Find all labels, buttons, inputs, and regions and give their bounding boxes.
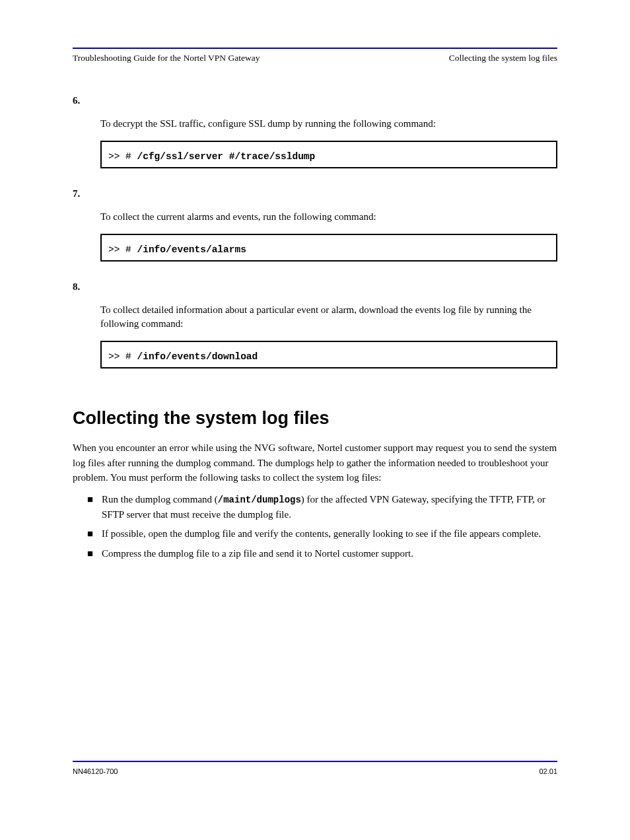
page-footer: NN46120-700 02.01 bbox=[73, 761, 557, 775]
header-rule bbox=[73, 48, 557, 49]
bullet-1-pre: Run the dumplog command ( bbox=[102, 494, 218, 505]
footer-rule bbox=[73, 761, 557, 762]
bullet-2-content: If possible, open the dumplog file and v… bbox=[102, 526, 557, 542]
step-7-command: /info/events/alarms bbox=[137, 244, 246, 255]
header-left: Troubleshooting Guide for the Nortel VPN… bbox=[73, 53, 260, 63]
step-6-number: 6. bbox=[73, 95, 557, 106]
step-6-text: To decrypt the SSL traffic, configure SS… bbox=[100, 117, 557, 131]
page-header: Troubleshooting Guide for the Nortel VPN… bbox=[73, 53, 557, 63]
bullet-list: ■ Run the dumplog command (/maint/dumplo… bbox=[87, 492, 557, 561]
step-7-command-box: >> # /info/events/alarms bbox=[100, 234, 557, 262]
step-8-command-box: >> # /info/events/download bbox=[100, 341, 557, 368]
step-8-text: To collect detailed information about a … bbox=[100, 303, 557, 332]
step-6-command-box: >> # /cfg/ssl/server #/trace/ssldump bbox=[100, 141, 557, 168]
step-6-command: /cfg/ssl/server #/trace/ssldump bbox=[137, 151, 316, 162]
footer-right: 02.01 bbox=[539, 767, 557, 775]
bullet-marker: ■ bbox=[87, 492, 102, 523]
bullet-item-3: ■ Compress the dumplog file to a zip fil… bbox=[87, 546, 557, 561]
bullet-3-content: Compress the dumplog file to a zip file … bbox=[102, 546, 557, 561]
bullet-1-cmd: /maint/dumplogs bbox=[218, 495, 301, 505]
header-right: Collecting the system log files bbox=[449, 53, 557, 63]
bullet-item-1: ■ Run the dumplog command (/maint/dumplo… bbox=[87, 492, 557, 523]
step-8-number: 8. bbox=[73, 281, 557, 293]
step-7-text: To collect the current alarms and events… bbox=[100, 210, 557, 225]
step-8-command: /info/events/download bbox=[137, 351, 258, 362]
bullet-1-content: Run the dumplog command (/maint/dumplogs… bbox=[102, 492, 557, 523]
step-7-prompt: >> # bbox=[108, 244, 137, 255]
section-intro: When you encounter an error while using … bbox=[73, 440, 557, 485]
step-8-prompt: >> # bbox=[108, 351, 137, 362]
bullet-marker: ■ bbox=[87, 526, 102, 542]
step-7-number: 7. bbox=[73, 188, 557, 199]
footer-left: NN46120-700 bbox=[73, 767, 118, 775]
bullet-marker: ■ bbox=[87, 546, 102, 561]
section-heading: Collecting the system log files bbox=[73, 408, 557, 429]
step-6-prompt: >> # bbox=[108, 151, 137, 162]
bullet-item-2: ■ If possible, open the dumplog file and… bbox=[87, 526, 557, 542]
